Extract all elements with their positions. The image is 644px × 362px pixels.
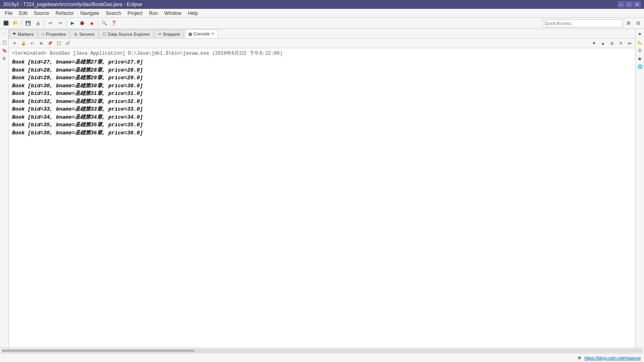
console-output: <terminated> BookDao [Java Application] …: [9, 48, 635, 348]
tab-console[interactable]: ▦Console✕: [185, 29, 218, 38]
menu-item-refactor[interactable]: Refactor: [52, 10, 77, 17]
console-line: Book [bid=36, bname=圣雄第36章, price=36.0]: [12, 129, 632, 137]
console-min-btn[interactable]: ▼: [590, 40, 598, 47]
tab-snippets[interactable]: ✂Snippets: [155, 29, 184, 38]
scrollbar-thumb[interactable]: [2, 350, 194, 352]
toolbar-sep-1: [22, 20, 22, 27]
tabs-bar: ⚑Markers□Properties◎Servers⬡Data Source …: [9, 29, 635, 39]
main-area: 📄 📋 🔖 ⚙ ⚑Markers□Properties◎Servers⬡Data…: [0, 29, 644, 348]
status-icon: ⊕: [578, 355, 581, 360]
toolbar-perspective[interactable]: ⊞: [624, 19, 633, 28]
tab-label-4: Snippets: [163, 32, 180, 37]
console-scroll-lock-btn[interactable]: 🔒: [19, 40, 27, 47]
console-toolbar-right: ▼ ▲ ⧉ ✕ ≫: [590, 40, 634, 47]
left-panel: 📄 📋 🔖 ⚙: [0, 29, 9, 348]
status-link: https://blog.csdn.net/maasve: [584, 356, 641, 360]
toolbar-sep-3: [66, 20, 66, 27]
console-line: Book [bid=35, bname=圣雄第35章, price=35.0]: [12, 121, 632, 129]
tab-servers[interactable]: ◎Servers: [70, 29, 98, 38]
console-pin-btn[interactable]: 📌: [46, 40, 54, 47]
tab-properties[interactable]: □Properties: [38, 29, 70, 38]
menu-item-file[interactable]: File: [2, 10, 16, 17]
toolbar-redo[interactable]: ↪: [56, 19, 64, 28]
toolbar-undo[interactable]: ↩: [46, 19, 55, 28]
console-display-btn[interactable]: 📋: [55, 40, 63, 47]
horizontal-scrollbar[interactable]: [2, 349, 642, 352]
status-bar: ⊕ https://blog.csdn.net/maasve: [0, 353, 644, 362]
console-line: Book [bid=27, bname=圣雄第27章, price=27.0]: [12, 58, 632, 66]
content-area: ⚑Markers□Properties◎Servers⬡Data Source …: [9, 29, 635, 348]
menu-item-edit[interactable]: Edit: [16, 10, 31, 17]
close-button[interactable]: ✕: [634, 1, 641, 8]
right-sidebar-icon-3[interactable]: ☰: [636, 47, 644, 54]
console-new-btn[interactable]: ⊕: [37, 40, 45, 47]
quick-access-input[interactable]: [545, 21, 621, 26]
console-line: Book [bid=30, bname=圣雄第30章, price=30.0]: [12, 82, 632, 90]
left-panel-icon-1[interactable]: 📄: [1, 31, 8, 38]
console-view-btn[interactable]: ⧉: [608, 40, 616, 47]
tab-icon-1: □: [42, 32, 44, 36]
quick-access-box[interactable]: [543, 19, 623, 27]
toolbar-run[interactable]: ▶: [68, 19, 77, 28]
console-link-btn[interactable]: 🔗: [64, 40, 72, 47]
menu-item-help[interactable]: Help: [185, 10, 201, 17]
menu-item-navigate[interactable]: Navigate: [77, 10, 102, 17]
console-line: Book [bid=33, bname=圣雄第33章, price=33.0]: [12, 105, 632, 113]
console-toolbar-left: ✕ 🔒 ↵ ⊕ 📌 📋 🔗: [10, 40, 72, 47]
terminated-line: <terminated> BookDao [Java Application] …: [12, 50, 632, 57]
right-sidebar-icon-4[interactable]: ◉: [636, 55, 644, 62]
tab-label-2: Servers: [79, 32, 95, 37]
tab-label-5: Console: [194, 31, 210, 36]
console-max-btn[interactable]: ▲: [599, 40, 607, 47]
toolbar-help[interactable]: ❓: [109, 19, 118, 28]
left-panel-icon-2[interactable]: 📋: [1, 39, 8, 46]
right-sidebar-icon-1[interactable]: ⚑: [636, 31, 644, 38]
tab-icon-0: ⚑: [12, 32, 16, 36]
menu-item-source[interactable]: Source: [31, 10, 52, 17]
menu-bar: FileEditSourceRefactorNavigateSearchProj…: [0, 9, 644, 18]
right-sidebar-icon-5[interactable]: 🌐: [636, 63, 644, 70]
toolbar-sep-2: [44, 20, 44, 27]
console-chevron-btn[interactable]: ≫: [625, 40, 634, 47]
console-line: Book [bid=32, bname=圣雄第32章, price=32.0]: [12, 98, 632, 106]
console-line: Book [bid=28, bname=圣雄第28章, price=28.0]: [12, 66, 632, 74]
toolbar-open[interactable]: 📂: [11, 19, 20, 28]
menu-item-window[interactable]: Window: [161, 10, 185, 17]
title-bar: 2019y2 - T224_pagebean/src/com/ly/dao/Bo…: [0, 0, 644, 9]
toolbar: ⬛ 📂 💾 🖨 ↩ ↪ ▶ 🐞 ■ 🔍 ❓ ⊞ ⊟: [0, 18, 644, 29]
tab-close-5[interactable]: ✕: [211, 32, 215, 36]
maximize-button[interactable]: □: [625, 1, 633, 8]
left-panel-icon-4[interactable]: ⚙: [1, 55, 8, 62]
console-line: Book [bid=34, bname=圣雄第34章, price=34.0]: [12, 113, 632, 121]
console-line: Book [bid=31, bname=圣雄第31章, price=31.0]: [12, 90, 632, 98]
toolbar-debug[interactable]: 🐞: [78, 19, 87, 28]
toolbar-view[interactable]: ⊟: [634, 19, 642, 28]
console-clear-btn[interactable]: ✕: [10, 40, 19, 47]
console-close-view-btn[interactable]: ✕: [617, 40, 625, 47]
toolbar-sep-4: [98, 20, 98, 27]
toolbar-new[interactable]: ⬛: [2, 19, 10, 28]
menu-item-search[interactable]: Search: [103, 10, 124, 17]
minimize-button[interactable]: —: [617, 1, 625, 8]
tab-label-1: Properties: [46, 32, 66, 37]
console-word-wrap-btn[interactable]: ↵: [28, 40, 36, 47]
tab-icon-3: ⬡: [103, 32, 106, 36]
tab-label-0: Markers: [18, 32, 34, 37]
toolbar-save[interactable]: 💾: [24, 19, 33, 28]
title-bar-controls: — □ ✕: [617, 1, 641, 8]
right-sidebar: ⚑ 📐 ☰ ◉ 🌐: [635, 29, 644, 348]
tab-icon-4: ✂: [158, 32, 161, 36]
toolbar-search[interactable]: 🔍: [100, 19, 109, 28]
menu-item-run[interactable]: Run: [146, 10, 161, 17]
tab-icon-2: ◎: [74, 32, 78, 36]
tab-data-source-explorer[interactable]: ⬡Data Source Explorer: [99, 29, 154, 38]
toolbar-print[interactable]: 🖨: [33, 19, 42, 28]
console-toolbar: ✕ 🔒 ↵ ⊕ 📌 📋 🔗 ▼ ▲ ⧉ ✕ ≫: [9, 39, 635, 48]
left-panel-icon-3[interactable]: 🔖: [1, 47, 8, 54]
tab-label-3: Data Source Explorer: [108, 32, 150, 37]
toolbar-stop[interactable]: ■: [87, 19, 96, 28]
right-sidebar-icon-2[interactable]: 📐: [636, 39, 644, 46]
console-line: Book [bid=29, bname=圣雄第29章, price=29.0]: [12, 74, 632, 82]
tab-markers[interactable]: ⚑Markers: [9, 29, 37, 38]
menu-item-project[interactable]: Project: [124, 10, 146, 17]
